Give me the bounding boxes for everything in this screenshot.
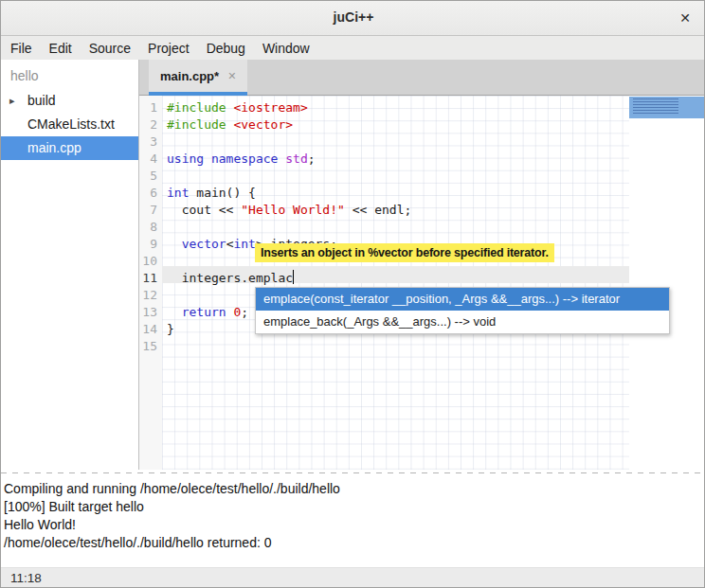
close-window-button[interactable]: ✕ bbox=[676, 9, 695, 27]
line-number: 5 bbox=[139, 168, 162, 185]
cursor-position-indicator: 11:18 bbox=[10, 571, 42, 585]
menu-debug[interactable]: Debug bbox=[198, 38, 254, 59]
code-token: ; bbox=[241, 305, 248, 319]
menu-file[interactable]: File bbox=[2, 38, 41, 59]
status-bar: 11:18 bbox=[1, 567, 705, 588]
line-number: 10 bbox=[139, 253, 162, 270]
code-token: namespace bbox=[211, 151, 278, 166]
code-line-1: #include <iostream> bbox=[162, 99, 629, 116]
line-number-gutter: 123456789101112131415 bbox=[139, 96, 162, 470]
file-tree-item-main-cpp[interactable]: main.cpp bbox=[1, 136, 138, 160]
line-number: 8 bbox=[139, 219, 162, 236]
code-line-6: int main() { bbox=[162, 185, 629, 202]
code-token: } bbox=[167, 322, 174, 336]
line-number: 1 bbox=[139, 99, 162, 116]
line-number: 15 bbox=[139, 338, 162, 355]
file-tree-item-label: CMakeLists.txt bbox=[27, 116, 115, 132]
line-number: 3 bbox=[139, 134, 162, 151]
file-tree-item-build[interactable]: ▸build bbox=[1, 89, 138, 113]
code-token: "Hello World!" bbox=[241, 203, 345, 217]
autocomplete-item-0[interactable]: emplace(const_iterator __position, _Args… bbox=[256, 288, 669, 311]
minimap-code-preview bbox=[633, 98, 696, 116]
expander-arrow-icon[interactable]: ▸ bbox=[9, 89, 15, 113]
line-number: 13 bbox=[139, 304, 162, 321]
code-token: #include bbox=[167, 100, 226, 115]
pane-splitter[interactable] bbox=[1, 470, 705, 476]
code-token bbox=[204, 151, 211, 166]
line-number: 12 bbox=[139, 287, 162, 304]
code-token: int bbox=[167, 186, 189, 200]
terminal-line: Compiling and running /home/olece/test/h… bbox=[4, 480, 703, 498]
title-bar: juCi++ ✕ bbox=[1, 1, 705, 36]
line-number: 7 bbox=[139, 202, 162, 219]
documentation-tooltip: Inserts an object in %vector before spec… bbox=[255, 243, 554, 262]
file-tree-item-label: build bbox=[27, 93, 56, 108]
tab-main-cpp[interactable]: main.cpp* ✕ bbox=[149, 60, 247, 92]
code-token: std bbox=[285, 151, 307, 166]
code-text-area[interactable]: #include <iostream>#include <vector>usin… bbox=[162, 96, 629, 470]
terminal-output-panel[interactable]: Compiling and running /home/olece/test/h… bbox=[1, 476, 705, 567]
menu-source[interactable]: Source bbox=[81, 38, 139, 59]
minimap-visible-region[interactable] bbox=[629, 97, 705, 118]
text-cursor bbox=[293, 270, 294, 284]
code-line-7: cout << "Hello World!" << endl; bbox=[162, 202, 629, 219]
file-tree-item-label: main.cpp bbox=[27, 140, 81, 155]
code-line-11: integers.emplac bbox=[162, 270, 629, 287]
terminal-line: /home/olece/test/hello/./build/hello ret… bbox=[4, 534, 703, 552]
code-token: << endl; bbox=[345, 203, 411, 217]
tab-close-icon[interactable]: ✕ bbox=[227, 70, 236, 82]
line-number: 4 bbox=[139, 151, 162, 168]
menu-window[interactable]: Window bbox=[254, 38, 318, 59]
code-token: <iostream> bbox=[233, 100, 307, 115]
line-number: 11 bbox=[139, 270, 162, 287]
line-number: 14 bbox=[139, 321, 162, 338]
menu-edit[interactable]: Edit bbox=[41, 38, 81, 59]
line-number: 6 bbox=[139, 185, 162, 202]
code-token: integers.emplac bbox=[167, 271, 293, 285]
autocomplete-item-1[interactable]: emplace_back(_Args &&__args...) --> void bbox=[256, 311, 669, 333]
line-number: 9 bbox=[139, 236, 162, 253]
code-line-8 bbox=[162, 219, 629, 236]
code-token: main() { bbox=[189, 186, 255, 200]
code-line-4: using namespace std; bbox=[162, 151, 629, 168]
autocomplete-popup: emplace(const_iterator __position, _Args… bbox=[255, 287, 670, 334]
code-editor: 123456789101112131415 #include <iostream… bbox=[139, 96, 705, 470]
code-token: cout << bbox=[167, 203, 241, 217]
app-window: juCi++ ✕ FileEditSourceProjectDebugWindo… bbox=[0, 0, 705, 588]
file-tree-sidebar[interactable]: hello ▸buildCMakeLists.txtmain.cpp bbox=[1, 60, 139, 470]
code-token: <vector> bbox=[233, 117, 293, 132]
code-line-3 bbox=[162, 134, 629, 151]
code-token: ; bbox=[308, 151, 316, 166]
menu-bar: FileEditSourceProjectDebugWindow bbox=[1, 36, 705, 60]
line-number: 2 bbox=[139, 116, 162, 134]
tab-label: main.cpp* bbox=[160, 69, 219, 83]
terminal-line: Hello World! bbox=[4, 516, 703, 534]
code-line-15 bbox=[162, 338, 629, 355]
menu-project[interactable]: Project bbox=[139, 38, 198, 59]
tab-strip: main.cpp* ✕ bbox=[139, 60, 705, 96]
code-token bbox=[167, 305, 182, 319]
project-name-label: hello bbox=[1, 60, 138, 89]
code-token: using bbox=[167, 151, 204, 166]
code-token: return bbox=[182, 305, 226, 319]
code-token: int bbox=[233, 237, 255, 251]
window-title: juCi++ bbox=[1, 9, 705, 25]
minimap-column bbox=[629, 96, 705, 470]
code-token: vector bbox=[182, 237, 226, 251]
code-line-5 bbox=[162, 168, 629, 185]
terminal-line: [100%] Built target hello bbox=[4, 498, 703, 516]
code-token: #include bbox=[167, 117, 226, 132]
code-line-2: #include <vector> bbox=[162, 116, 629, 134]
file-tree-item-cmakelists-txt[interactable]: CMakeLists.txt bbox=[1, 113, 138, 136]
code-token bbox=[167, 237, 182, 251]
file-tree-items: ▸buildCMakeLists.txtmain.cpp bbox=[1, 89, 138, 160]
